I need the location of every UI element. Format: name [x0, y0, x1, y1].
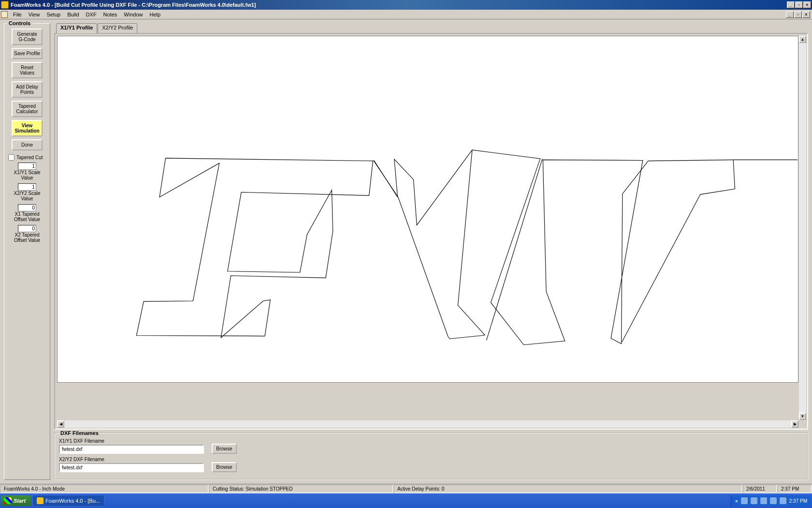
add-delay-points-button[interactable]: Add Delay Points: [12, 81, 43, 98]
controls-legend: Controls: [7, 20, 32, 26]
generate-gcode-button[interactable]: Generate G-Code: [12, 29, 43, 45]
x2y2-dxf-input[interactable]: [59, 463, 204, 472]
tapered-cut-label: Tapered Cut: [16, 155, 43, 160]
profile-path-w2: [374, 150, 485, 339]
mdi-minimize-button[interactable]: _: [786, 11, 794, 18]
x1-tapered-offset-label: X1 Tapered Offset Value: [6, 211, 48, 222]
x1y1-dxf-label: X1/Y1 DXF Filename: [59, 438, 204, 444]
dxf-filenames-panel: DXF Filenames X1/Y1 DXF Filename Browse …: [54, 433, 808, 480]
tab-x1y1-profile[interactable]: X1/Y1 Profile: [56, 23, 97, 33]
statusbar: FoamWorks 4.0 - Inch Mode Cutting Status…: [0, 484, 812, 493]
scroll-track-h[interactable]: [64, 420, 791, 428]
mdi-close-button[interactable]: ×: [802, 11, 810, 18]
x1y1-dxf-input[interactable]: [59, 445, 204, 454]
mdi-window-controls: _ ▫ ×: [786, 11, 810, 18]
scroll-track-v[interactable]: [799, 43, 806, 413]
taskbar-item-foamworks[interactable]: FoamWorks 4.0 - [Bu...: [32, 495, 104, 507]
done-button[interactable]: Done: [12, 139, 43, 150]
scroll-right-button[interactable]: ▶: [791, 420, 798, 428]
menu-setup[interactable]: Setup: [43, 11, 64, 18]
mdi-document-icon: [1, 11, 8, 18]
menu-dxf[interactable]: DXF: [83, 11, 100, 18]
controls-panel: Controls Generate G-Code Save Profile Re…: [4, 23, 50, 480]
menu-help[interactable]: Help: [146, 11, 164, 18]
dxf-panel-legend: DXF Filenames: [59, 430, 100, 436]
main-area: Controls Generate G-Code Save Profile Re…: [0, 19, 812, 484]
status-time: 2:37 PM: [778, 485, 812, 493]
x2-tapered-offset-input[interactable]: [18, 225, 36, 232]
profile-canvas[interactable]: [57, 36, 798, 383]
tab-x2y2-profile[interactable]: X2/Y2 Profile: [98, 23, 137, 33]
dxf-row-x1y1: X1/Y1 DXF Filename Browse: [59, 438, 803, 454]
profile-tabs: X1/Y1 Profile X2/Y2 Profile: [54, 23, 808, 33]
x1-tapered-offset-input[interactable]: [18, 204, 36, 211]
x2y2-scale-label: X2/Y2 Scale Value: [6, 191, 48, 201]
status-cutting: Cutting Status: Simulation STOPPED: [209, 485, 393, 493]
profile-path-w: [374, 150, 798, 345]
tapered-calculator-button[interactable]: Tapered Calculator: [12, 101, 43, 117]
maximize-button[interactable]: ▫: [795, 1, 803, 8]
start-label: Start: [14, 498, 26, 504]
x2-tapered-offset-label: X2 Tapered Offset Value: [6, 232, 48, 243]
menu-view[interactable]: View: [25, 11, 44, 18]
menu-notes[interactable]: Notes: [100, 11, 121, 18]
menubar: File View Setup Build DXF Notes Window H…: [0, 10, 812, 19]
scroll-down-button[interactable]: ▼: [799, 413, 806, 420]
menu-file[interactable]: File: [10, 11, 25, 18]
menu-window[interactable]: Window: [120, 11, 146, 18]
scroll-left-button[interactable]: ◀: [57, 420, 64, 428]
browse-x1y1-button[interactable]: Browse: [212, 444, 237, 454]
reset-values-button[interactable]: Reset Values: [12, 62, 43, 78]
windows-flag-icon: [4, 497, 12, 504]
titlebar: FoamWorks 4.0 - [Build Cut Profile Using…: [0, 0, 812, 10]
tray-icon-4[interactable]: [770, 497, 777, 504]
canvas-frame: ▲ ▼ ◀ ▶: [54, 33, 808, 430]
horizontal-scrollbar[interactable]: ◀ ▶: [57, 420, 798, 428]
view-simulation-button[interactable]: View Simulation: [12, 120, 43, 136]
taskbar: Start FoamWorks 4.0 - [Bu... « 2:37 PM: [0, 493, 812, 508]
tray-icon-2[interactable]: [751, 497, 757, 504]
profile-path-f: [136, 158, 373, 338]
scroll-up-button[interactable]: ▲: [799, 36, 806, 43]
tray-chevron-icon[interactable]: «: [735, 498, 738, 504]
mdi-restore-button[interactable]: ▫: [794, 11, 802, 18]
close-button[interactable]: ×: [803, 1, 811, 8]
minimize-button[interactable]: _: [787, 1, 795, 8]
status-delay-points: Active Delay Points: 0: [394, 485, 742, 493]
tapered-cut-row: Tapered Cut: [8, 154, 46, 161]
start-button[interactable]: Start: [1, 495, 30, 506]
menu-build[interactable]: Build: [64, 11, 82, 18]
profile-path-w3: [486, 159, 542, 341]
profile-path-w4: [622, 160, 735, 342]
titlebar-text: FoamWorks 4.0 - [Build Cut Profile Using…: [11, 2, 787, 8]
taskbar-item-label: FoamWorks 4.0 - [Bu...: [45, 498, 100, 504]
x1y1-scale-label: X1/Y1 Scale Value: [6, 170, 48, 180]
tray-icon-5[interactable]: [780, 497, 786, 504]
app-icon: [1, 1, 9, 9]
tray-icon-3[interactable]: [760, 497, 767, 504]
canvas-inner: ▲ ▼ ◀ ▶: [55, 34, 807, 429]
tapered-cut-checkbox[interactable]: [8, 154, 14, 161]
window-controls: _ ▫ ×: [787, 1, 811, 8]
status-mode: FoamWorks 4.0 - Inch Mode: [0, 485, 208, 493]
right-panel: X1/Y1 Profile X2/Y2 Profile ▲ ▼ ◀: [54, 23, 808, 480]
system-tray: « 2:37 PM: [731, 495, 811, 506]
taskbar-item-icon: [37, 497, 44, 504]
save-profile-button[interactable]: Save Profile: [12, 48, 43, 59]
dxf-row-x2y2: X2/Y2 DXF Filename Browse: [59, 457, 803, 472]
vertical-scrollbar[interactable]: ▲ ▼: [799, 36, 806, 420]
status-date: 2/6/2011: [743, 485, 777, 493]
browse-x2y2-button[interactable]: Browse: [212, 462, 237, 472]
x1y1-scale-input[interactable]: [18, 163, 36, 170]
tray-clock[interactable]: 2:37 PM: [789, 498, 807, 504]
x2y2-dxf-label: X2/Y2 DXF Filename: [59, 457, 204, 462]
tray-icon-1[interactable]: [741, 497, 748, 504]
x2y2-scale-input[interactable]: [18, 183, 36, 191]
